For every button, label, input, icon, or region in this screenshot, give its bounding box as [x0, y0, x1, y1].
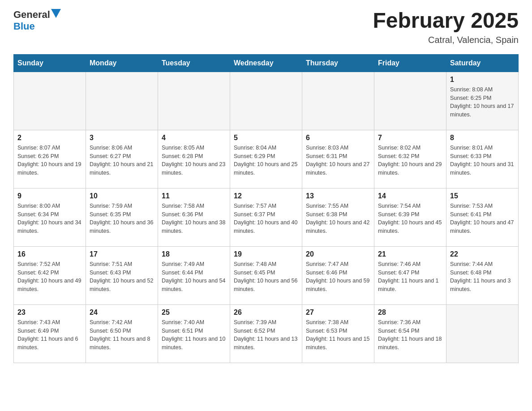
week-row-4: 23Sunrise: 7:43 AMSunset: 6:49 PMDayligh… — [14, 304, 519, 363]
cell-w2-d2: 11Sunrise: 7:58 AMSunset: 6:36 PMDayligh… — [158, 188, 230, 246]
day-info: Sunrise: 7:54 AMSunset: 6:39 PMDaylight:… — [378, 202, 442, 235]
day-number: 28 — [378, 308, 442, 317]
title-block: February 2025 Catral, Valencia, Spain — [373, 9, 519, 45]
logo-triangle-icon — [51, 9, 61, 19]
cell-w0-d0 — [14, 72, 86, 130]
day-info: Sunrise: 7:44 AMSunset: 6:48 PMDaylight:… — [450, 260, 515, 294]
logo: General Blue — [13, 9, 61, 32]
cell-w1-d5: 7Sunrise: 8:02 AMSunset: 6:32 PMDaylight… — [374, 130, 446, 188]
day-number: 26 — [234, 308, 298, 317]
day-info: Sunrise: 7:57 AMSunset: 6:37 PMDaylight:… — [234, 202, 298, 235]
col-saturday: Saturday — [446, 54, 519, 72]
day-number: 25 — [162, 308, 226, 317]
day-number: 15 — [450, 192, 515, 200]
logo-row: General — [13, 9, 61, 21]
day-info: Sunrise: 7:47 AMSunset: 6:46 PMDaylight:… — [306, 260, 370, 294]
col-thursday: Thursday — [302, 54, 374, 72]
cell-w4-d5: 28Sunrise: 7:36 AMSunset: 6:54 PMDayligh… — [374, 304, 446, 363]
day-number: 3 — [90, 134, 154, 142]
day-number: 14 — [378, 192, 442, 200]
cell-w3-d4: 20Sunrise: 7:47 AMSunset: 6:46 PMDayligh… — [302, 246, 374, 304]
cell-w0-d1 — [86, 72, 158, 130]
day-number: 16 — [17, 250, 82, 258]
cell-w4-d6 — [446, 304, 519, 363]
calendar-body: 1Sunrise: 8:08 AMSunset: 6:25 PMDaylight… — [14, 72, 519, 363]
cell-w4-d4: 27Sunrise: 7:38 AMSunset: 6:53 PMDayligh… — [302, 304, 374, 363]
cell-w4-d3: 26Sunrise: 7:39 AMSunset: 6:52 PMDayligh… — [230, 304, 302, 363]
day-info: Sunrise: 7:46 AMSunset: 6:47 PMDaylight:… — [378, 260, 442, 294]
day-info: Sunrise: 7:52 AMSunset: 6:42 PMDaylight:… — [17, 260, 82, 294]
cell-w0-d3 — [230, 72, 302, 130]
cell-w1-d2: 4Sunrise: 8:05 AMSunset: 6:28 PMDaylight… — [158, 130, 230, 188]
day-number: 20 — [306, 250, 370, 258]
day-info: Sunrise: 8:01 AMSunset: 6:33 PMDaylight:… — [450, 144, 515, 177]
day-info: Sunrise: 7:38 AMSunset: 6:53 PMDaylight:… — [306, 318, 370, 352]
day-info: Sunrise: 7:59 AMSunset: 6:35 PMDaylight:… — [90, 202, 154, 235]
cell-w1-d6: 8Sunrise: 8:01 AMSunset: 6:33 PMDaylight… — [446, 130, 519, 188]
day-info: Sunrise: 8:06 AMSunset: 6:27 PMDaylight:… — [90, 144, 154, 177]
day-number: 1 — [450, 76, 515, 84]
col-friday: Friday — [374, 54, 446, 72]
col-wednesday: Wednesday — [230, 54, 302, 72]
cell-w1-d4: 6Sunrise: 8:03 AMSunset: 6:31 PMDaylight… — [302, 130, 374, 188]
page-header: General Blue February 2025 Catral, Valen… — [13, 9, 519, 45]
day-info: Sunrise: 8:02 AMSunset: 6:32 PMDaylight:… — [378, 144, 442, 177]
day-info: Sunrise: 7:51 AMSunset: 6:43 PMDaylight:… — [90, 260, 154, 294]
day-info: Sunrise: 7:43 AMSunset: 6:49 PMDaylight:… — [17, 318, 82, 352]
day-number: 8 — [450, 134, 515, 142]
cell-w2-d1: 10Sunrise: 7:59 AMSunset: 6:35 PMDayligh… — [86, 188, 158, 246]
cell-w1-d1: 3Sunrise: 8:06 AMSunset: 6:27 PMDaylight… — [86, 130, 158, 188]
day-number: 24 — [90, 308, 154, 317]
logo-blue-text: Blue — [13, 21, 35, 32]
day-number: 17 — [90, 250, 154, 258]
cell-w2-d5: 14Sunrise: 7:54 AMSunset: 6:39 PMDayligh… — [374, 188, 446, 246]
cell-w2-d4: 13Sunrise: 7:55 AMSunset: 6:38 PMDayligh… — [302, 188, 374, 246]
day-info: Sunrise: 7:39 AMSunset: 6:52 PMDaylight:… — [234, 318, 298, 352]
cell-w4-d0: 23Sunrise: 7:43 AMSunset: 6:49 PMDayligh… — [14, 304, 86, 363]
cell-w3-d3: 19Sunrise: 7:48 AMSunset: 6:45 PMDayligh… — [230, 246, 302, 304]
day-info: Sunrise: 7:36 AMSunset: 6:54 PMDaylight:… — [378, 318, 442, 352]
day-number: 6 — [306, 134, 370, 142]
calendar-table: Sunday Monday Tuesday Wednesday Thursday… — [13, 54, 519, 363]
cell-w3-d0: 16Sunrise: 7:52 AMSunset: 6:42 PMDayligh… — [14, 246, 86, 304]
cell-w1-d3: 5Sunrise: 8:04 AMSunset: 6:29 PMDaylight… — [230, 130, 302, 188]
header-row: Sunday Monday Tuesday Wednesday Thursday… — [14, 54, 519, 72]
logo-blue-row: Blue — [13, 21, 61, 32]
day-info: Sunrise: 7:55 AMSunset: 6:38 PMDaylight:… — [306, 202, 370, 235]
day-info: Sunrise: 7:40 AMSunset: 6:51 PMDaylight:… — [162, 318, 226, 352]
logo-general-text: General — [13, 9, 50, 21]
svg-marker-0 — [51, 9, 61, 18]
calendar-header: Sunday Monday Tuesday Wednesday Thursday… — [14, 54, 519, 72]
cell-w3-d6: 22Sunrise: 7:44 AMSunset: 6:48 PMDayligh… — [446, 246, 519, 304]
day-info: Sunrise: 7:53 AMSunset: 6:41 PMDaylight:… — [450, 202, 515, 235]
day-number: 2 — [17, 134, 82, 142]
day-info: Sunrise: 8:03 AMSunset: 6:31 PMDaylight:… — [306, 144, 370, 177]
cell-w3-d1: 17Sunrise: 7:51 AMSunset: 6:43 PMDayligh… — [86, 246, 158, 304]
cell-w3-d2: 18Sunrise: 7:49 AMSunset: 6:44 PMDayligh… — [158, 246, 230, 304]
day-number: 5 — [234, 134, 298, 142]
cell-w2-d0: 9Sunrise: 8:00 AMSunset: 6:34 PMDaylight… — [14, 188, 86, 246]
week-row-3: 16Sunrise: 7:52 AMSunset: 6:42 PMDayligh… — [14, 246, 519, 304]
day-number: 27 — [306, 308, 370, 317]
cell-w0-d4 — [302, 72, 374, 130]
cell-w0-d2 — [158, 72, 230, 130]
day-info: Sunrise: 8:08 AMSunset: 6:25 PMDaylight:… — [450, 86, 515, 119]
cell-w2-d3: 12Sunrise: 7:57 AMSunset: 6:37 PMDayligh… — [230, 188, 302, 246]
day-number: 9 — [17, 192, 82, 200]
day-info: Sunrise: 7:49 AMSunset: 6:44 PMDaylight:… — [162, 260, 226, 294]
day-number: 18 — [162, 250, 226, 258]
day-number: 22 — [450, 250, 515, 258]
day-number: 10 — [90, 192, 154, 200]
day-info: Sunrise: 7:42 AMSunset: 6:50 PMDaylight:… — [90, 318, 154, 352]
col-monday: Monday — [86, 54, 158, 72]
location-title: Catral, Valencia, Spain — [373, 35, 519, 45]
day-number: 13 — [306, 192, 370, 200]
week-row-1: 2Sunrise: 8:07 AMSunset: 6:26 PMDaylight… — [14, 130, 519, 188]
cell-w0-d6: 1Sunrise: 8:08 AMSunset: 6:25 PMDaylight… — [446, 72, 519, 130]
cell-w1-d0: 2Sunrise: 8:07 AMSunset: 6:26 PMDaylight… — [14, 130, 86, 188]
day-info: Sunrise: 8:00 AMSunset: 6:34 PMDaylight:… — [17, 202, 82, 235]
cell-w4-d1: 24Sunrise: 7:42 AMSunset: 6:50 PMDayligh… — [86, 304, 158, 363]
day-info: Sunrise: 7:58 AMSunset: 6:36 PMDaylight:… — [162, 202, 226, 235]
day-number: 4 — [162, 134, 226, 142]
cell-w3-d5: 21Sunrise: 7:46 AMSunset: 6:47 PMDayligh… — [374, 246, 446, 304]
